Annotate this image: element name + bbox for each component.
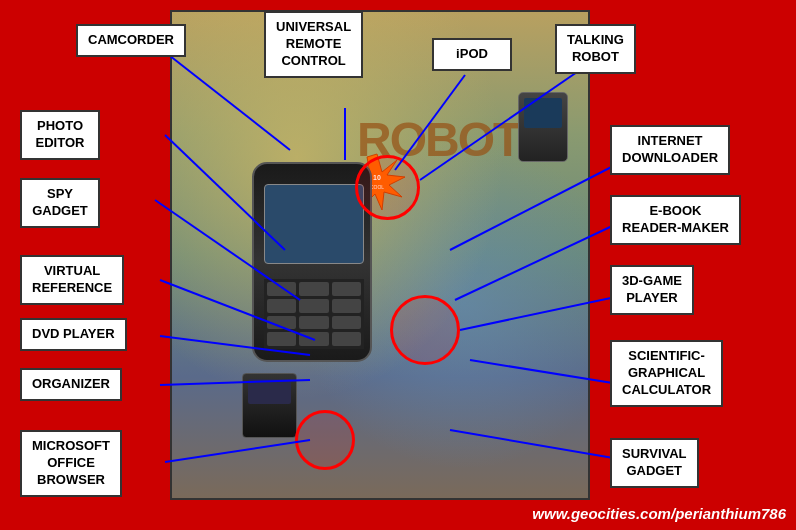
ipod-label: iPOD xyxy=(432,38,512,71)
spy-gadget-label: SPYGADGET xyxy=(20,178,100,228)
survival-gadget-label: SURVIVALGADGET xyxy=(610,438,699,488)
phone-screen xyxy=(264,184,364,264)
website-url: www.geocities.com/perianthium786 xyxy=(532,505,786,522)
talking-robot-label: TALKINGROBOT xyxy=(555,24,636,74)
red-circle-middle xyxy=(390,295,460,365)
game-player-label: 3D-GAMEPLAYER xyxy=(610,265,694,315)
small-device xyxy=(518,92,568,162)
red-circle-top xyxy=(355,155,420,220)
small-device-bottom xyxy=(242,373,297,438)
organizer-label: ORGANIZER xyxy=(20,368,122,401)
center-image: ROBOT 10 COOL xyxy=(170,10,590,500)
photo-editor-label: PHOTOEDITOR xyxy=(20,110,100,160)
scientific-calc-label: SCIENTIFIC-GRAPHICALCALCULATOR xyxy=(610,340,723,407)
internet-downloader-label: INTERNETDOWNLOADER xyxy=(610,125,730,175)
red-circle-bottom xyxy=(295,410,355,470)
universal-remote-label: UNIVERSALREMOTECONTROL xyxy=(264,11,363,78)
virtual-reference-label: VIRTUALREFERENCE xyxy=(20,255,124,305)
phone-keypad xyxy=(264,279,364,349)
ebook-reader-label: E-BOOKREADER-MAKER xyxy=(610,195,741,245)
camcorder-label: CAMCORDER xyxy=(76,24,186,57)
image-background xyxy=(172,12,588,498)
dvd-player-label: DVD PLAYER xyxy=(20,318,127,351)
phone-device xyxy=(252,162,372,362)
microsoft-office-label: MICROSOFTOFFICEBROWSER xyxy=(20,430,122,497)
